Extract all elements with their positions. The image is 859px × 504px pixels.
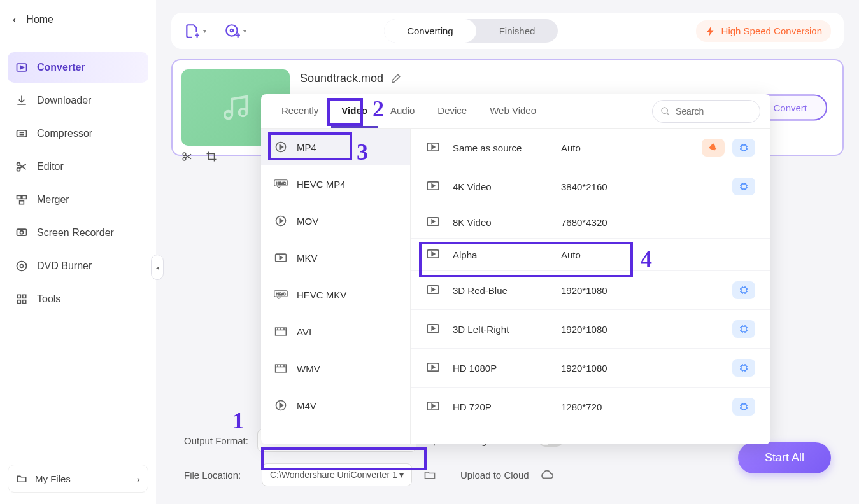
sidebar-item-downloader[interactable]: Downloader	[8, 85, 148, 116]
format-wmv[interactable]: WMV	[261, 350, 410, 387]
my-files-label: My Files	[35, 473, 71, 484]
format-hevc-mp4[interactable]: HEVCHEVC MP4	[261, 165, 410, 202]
gpu-chip-icon[interactable]	[732, 281, 755, 299]
format-label: HEVC MKV	[297, 290, 346, 300]
svg-rect-2	[17, 130, 27, 137]
high-speed-badge[interactable]: High Speed Conversion	[696, 20, 831, 42]
sidebar-item-merger[interactable]: Merger	[8, 185, 148, 215]
sidebar-item-editor[interactable]: Editor	[8, 151, 148, 182]
format-avi[interactable]: AVI	[261, 313, 410, 350]
preset-actions	[702, 139, 755, 157]
video-rect-icon	[426, 401, 441, 412]
add-file-button[interactable]: ▾	[184, 23, 206, 39]
svg-marker-53	[432, 365, 434, 368]
format-hevc-mkv[interactable]: HEVCHEVC MKV	[261, 276, 410, 313]
edit-name-icon[interactable]	[390, 73, 401, 85]
open-folder-icon[interactable]	[421, 466, 439, 484]
svg-marker-23	[280, 145, 283, 150]
format-search[interactable]	[652, 100, 760, 123]
preset-row[interactable]: HD 720P1280*720	[411, 388, 770, 426]
rocket-icon[interactable]	[702, 139, 725, 157]
nav-label: Downloader	[37, 95, 91, 106]
preset-row[interactable]: Same as sourceAuto	[411, 129, 770, 167]
popup-header: Recently Video Audio Device Web Video	[261, 94, 770, 129]
cut-icon[interactable]	[181, 151, 194, 164]
preset-row[interactable]: 4K Video3840*2160	[411, 167, 770, 206]
format-label: WMV	[297, 363, 320, 374]
nav-label: Merger	[37, 194, 69, 206]
tab-converting[interactable]: Converting	[384, 19, 476, 43]
format-mp4[interactable]: MP4	[261, 129, 410, 165]
svg-rect-6	[22, 195, 27, 199]
crop-icon[interactable]	[206, 151, 218, 164]
start-all-button[interactable]: Start All	[738, 442, 831, 473]
sidebar-item-screen-recorder[interactable]: Screen Recorder	[8, 218, 148, 248]
film-icon	[274, 325, 288, 339]
format-list: MP4 HEVCHEVC MP4 MOV MKV HEVCHEVC MKV AV…	[261, 129, 411, 444]
format-m4v[interactable]: M4V	[261, 387, 410, 424]
format-popup: Recently Video Audio Device Web Video MP…	[261, 94, 770, 444]
svg-point-18	[183, 153, 186, 156]
preset-row[interactable]: 8K Video7680*4320	[411, 206, 770, 239]
file-location-value: C:\Wondershare UniConverter 1	[270, 470, 397, 480]
my-files-button[interactable]: My Files ›	[8, 465, 148, 493]
svg-rect-12	[17, 295, 20, 298]
disc-icon	[15, 260, 28, 272]
popup-tab-device[interactable]: Device	[427, 95, 477, 128]
svg-rect-54	[741, 365, 746, 370]
format-mkv[interactable]: MKV	[261, 239, 410, 276]
video-rect-icon	[426, 284, 441, 296]
format-mov[interactable]: MOV	[261, 202, 410, 239]
home-label: Home	[26, 14, 53, 25]
gpu-chip-icon[interactable]	[732, 398, 755, 416]
gpu-chip-icon[interactable]	[732, 320, 755, 338]
svg-point-16	[226, 25, 237, 36]
preset-name: 4K Video	[453, 181, 561, 192]
video-rect-icon	[426, 362, 441, 374]
file-location-label: File Location:	[184, 470, 253, 480]
gpu-chip-icon[interactable]	[732, 359, 755, 377]
popup-tab-web-video[interactable]: Web Video	[479, 95, 546, 128]
svg-marker-56	[432, 404, 434, 407]
popup-tab-audio[interactable]: Audio	[380, 95, 425, 128]
play-circle-icon	[274, 140, 288, 154]
tab-finished[interactable]: Finished	[476, 19, 558, 43]
preset-resolution: 1920*1080	[561, 285, 650, 296]
sidebar-item-compressor[interactable]: Compressor	[8, 118, 148, 149]
search-input[interactable]	[676, 106, 752, 116]
preset-name: Alpha	[453, 249, 561, 260]
sidebar-item-dvd-burner[interactable]: DVD Burner	[8, 251, 148, 281]
file-location-dropdown[interactable]: C:\Wondershare UniConverter 1 ▾	[262, 463, 412, 486]
play-circle-icon	[274, 214, 288, 228]
preset-row[interactable]: HD 1080P1920*1080	[411, 349, 770, 388]
preset-row[interactable]: 3D Red-Blue1920*1080	[411, 271, 770, 310]
preset-actions	[732, 359, 755, 377]
svg-point-19	[183, 158, 186, 161]
chevron-right-icon: ›	[137, 473, 140, 484]
merger-icon	[15, 193, 28, 206]
download-icon	[15, 94, 28, 107]
home-button[interactable]: ‹ Home	[0, 6, 156, 33]
preset-row[interactable]: 3D Left-Right1920*1080	[411, 310, 770, 349]
sidebar-item-tools[interactable]: Tools	[8, 284, 148, 314]
preset-row[interactable]: AlphaAuto	[411, 239, 770, 271]
nav-label: Compressor	[37, 128, 92, 139]
gpu-chip-icon[interactable]	[732, 178, 755, 195]
format-label: M4V	[297, 400, 316, 411]
gpu-chip-icon[interactable]	[732, 139, 755, 157]
sidebar-item-converter[interactable]: Converter	[8, 52, 148, 83]
converter-icon	[15, 61, 28, 74]
popup-tab-video[interactable]: Video	[331, 95, 378, 128]
nav-label: Tools	[37, 293, 60, 305]
svg-marker-40	[432, 184, 434, 187]
toolbar: ▾ ▾ Converting Finished High Speed Conve…	[171, 13, 844, 49]
svg-point-3	[17, 162, 20, 165]
cloud-icon[interactable]	[538, 466, 556, 484]
chevron-down-icon: ▾	[399, 470, 404, 480]
compressor-icon	[15, 127, 28, 140]
preset-resolution: 1280*720	[561, 402, 650, 412]
popup-tab-recently[interactable]: Recently	[271, 95, 329, 128]
svg-point-17	[231, 29, 233, 31]
scissors-icon	[15, 160, 28, 173]
add-disc-button[interactable]: ▾	[224, 23, 246, 39]
